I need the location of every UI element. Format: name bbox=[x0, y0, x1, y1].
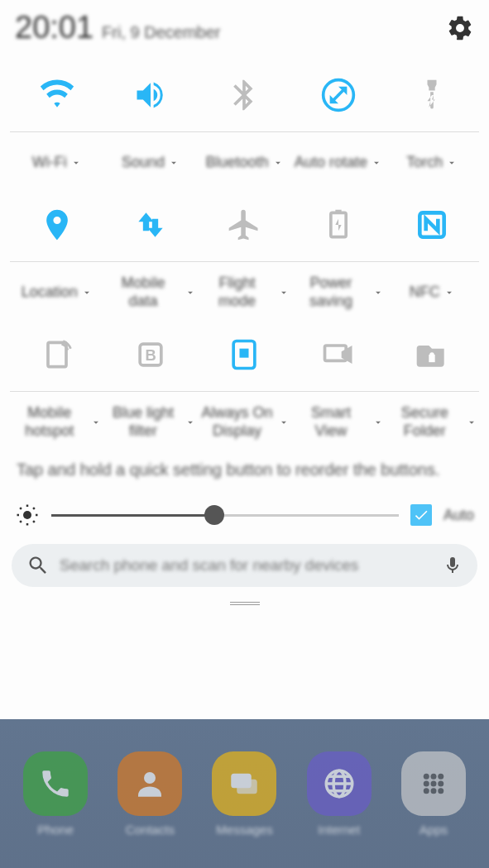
dock-item-globe[interactable]: Internet bbox=[292, 751, 386, 837]
phone-icon bbox=[23, 751, 88, 816]
svg-point-21 bbox=[430, 781, 436, 787]
chevron-down-icon bbox=[278, 417, 290, 428]
mic-icon[interactable] bbox=[443, 556, 463, 575]
securefolder-icon bbox=[414, 336, 450, 373]
qs-tile-location[interactable]: Location bbox=[10, 185, 103, 315]
dock-item-message[interactable]: Messages bbox=[197, 751, 291, 837]
auto-brightness-label: Auto bbox=[443, 507, 474, 524]
qs-tile-power[interactable]: Power saving bbox=[291, 185, 385, 315]
qs-tile-torch[interactable]: Torch bbox=[386, 55, 479, 185]
qs-tile-expand[interactable]: Power saving bbox=[291, 270, 385, 315]
qs-tile-label: Flight mode bbox=[199, 274, 275, 310]
qs-tile-label: Smart View bbox=[293, 404, 368, 440]
qs-tile-hotspot[interactable]: Mobile hotspot bbox=[10, 315, 103, 445]
qs-tile-label: Mobile hotspot bbox=[12, 404, 87, 440]
svg-point-25 bbox=[438, 788, 443, 794]
qs-tile-expand[interactable]: NFC bbox=[408, 270, 457, 315]
svg-point-12 bbox=[144, 772, 156, 784]
nfc-icon bbox=[414, 207, 450, 243]
search-bar[interactable]: Search phone and scan for nearby devices bbox=[12, 544, 477, 587]
sound-icon bbox=[132, 77, 169, 113]
flight-icon bbox=[226, 207, 262, 243]
svg-text:B: B bbox=[145, 346, 156, 364]
svg-rect-14 bbox=[237, 780, 258, 794]
qs-tile-flight[interactable]: Flight mode bbox=[198, 185, 291, 315]
chevron-down-icon bbox=[466, 417, 477, 428]
svg-point-10 bbox=[430, 352, 435, 357]
qs-tile-expand[interactable]: Always On Display bbox=[198, 400, 291, 445]
svg-rect-1 bbox=[331, 212, 346, 236]
panel-handle[interactable] bbox=[0, 587, 489, 613]
qs-tile-aod[interactable]: Always On Display bbox=[198, 315, 291, 445]
qs-tile-label: Secure Folder bbox=[387, 404, 463, 440]
qs-tile-bluetooth[interactable]: Bluetooth bbox=[198, 55, 291, 185]
qs-tile-label: Power saving bbox=[293, 274, 368, 310]
qs-tile-expand[interactable]: Smart View bbox=[291, 400, 385, 445]
apps-icon bbox=[401, 751, 466, 816]
rotate-icon bbox=[320, 77, 357, 113]
qs-tile-expand[interactable]: Secure Folder bbox=[386, 400, 479, 445]
chevron-down-icon bbox=[372, 417, 384, 428]
dock-item-contact[interactable]: Contacts bbox=[103, 751, 197, 837]
dock-label: Messages bbox=[216, 823, 272, 837]
qs-tile-label: Location bbox=[22, 284, 78, 302]
bluetooth-icon bbox=[226, 77, 262, 113]
qs-tile-mobiledata[interactable]: Mobile data bbox=[103, 185, 197, 315]
auto-brightness-checkbox[interactable] bbox=[410, 504, 432, 526]
svg-rect-3 bbox=[48, 342, 66, 366]
globe-icon bbox=[307, 751, 372, 816]
svg-point-18 bbox=[430, 774, 436, 780]
qs-tile-sound[interactable]: Sound bbox=[103, 55, 197, 185]
qs-tile-label: Torch bbox=[406, 154, 443, 172]
qs-tile-label: NFC bbox=[410, 284, 440, 302]
qs-tile-expand[interactable]: Blue light filter bbox=[103, 400, 197, 445]
dock-label: Phone bbox=[37, 823, 73, 837]
svg-point-23 bbox=[424, 788, 429, 794]
svg-rect-7 bbox=[240, 349, 249, 358]
brightness-slider[interactable] bbox=[51, 503, 399, 527]
bluelight-icon: B bbox=[132, 336, 169, 373]
search-icon bbox=[26, 554, 50, 577]
power-icon bbox=[320, 207, 357, 243]
chevron-down-icon bbox=[185, 287, 196, 298]
qs-tile-expand[interactable]: Torch bbox=[405, 141, 459, 185]
chevron-down-icon bbox=[371, 157, 382, 169]
chevron-down-icon bbox=[90, 417, 102, 428]
chevron-down-icon bbox=[168, 157, 180, 169]
dock-item-phone[interactable]: Phone bbox=[8, 751, 103, 837]
qs-tile-expand[interactable]: Bluetooth bbox=[204, 141, 285, 185]
contact-icon bbox=[117, 751, 182, 816]
qs-tile-label: Auto rotate bbox=[295, 154, 367, 172]
svg-point-24 bbox=[430, 788, 436, 794]
qs-tile-label: Always On Display bbox=[199, 404, 275, 440]
chevron-down-icon bbox=[278, 287, 290, 298]
qs-tile-rotate[interactable]: Auto rotate bbox=[291, 55, 385, 185]
dock-item-apps[interactable]: Apps bbox=[386, 751, 481, 837]
torch-icon bbox=[414, 77, 450, 113]
smartview-icon bbox=[320, 336, 357, 373]
dock-label: Contacts bbox=[126, 823, 175, 837]
qs-tile-expand[interactable]: Flight mode bbox=[198, 270, 291, 315]
qs-tile-expand[interactable]: Auto rotate bbox=[293, 141, 384, 185]
svg-point-11 bbox=[23, 511, 31, 519]
chevron-down-icon bbox=[185, 417, 196, 428]
qs-tile-expand[interactable]: Wi-Fi bbox=[31, 141, 84, 185]
svg-point-20 bbox=[424, 781, 429, 787]
clock-time: 20:01 bbox=[15, 10, 93, 45]
qs-tile-securefolder[interactable]: Secure Folder bbox=[386, 315, 479, 445]
clock-date: Fri, 9 December bbox=[102, 23, 220, 42]
qs-tile-label: Blue light filter bbox=[105, 404, 180, 440]
qs-tile-expand[interactable]: Mobile data bbox=[103, 270, 197, 315]
chevron-down-icon bbox=[81, 287, 93, 298]
qs-tile-smartview[interactable]: Smart View bbox=[291, 315, 385, 445]
svg-point-22 bbox=[438, 781, 443, 787]
qs-tile-expand[interactable]: Location bbox=[20, 270, 94, 315]
qs-tile-expand[interactable]: Mobile hotspot bbox=[10, 400, 103, 445]
mobiledata-icon bbox=[132, 207, 169, 243]
qs-tile-bluelight[interactable]: B Blue light filter bbox=[103, 315, 197, 445]
settings-icon[interactable] bbox=[446, 14, 474, 42]
qs-tile-wifi[interactable]: Wi-Fi bbox=[10, 55, 103, 185]
qs-tile-nfc[interactable]: NFC bbox=[386, 185, 479, 315]
location-icon bbox=[39, 207, 75, 243]
qs-tile-expand[interactable]: Sound bbox=[120, 141, 181, 185]
